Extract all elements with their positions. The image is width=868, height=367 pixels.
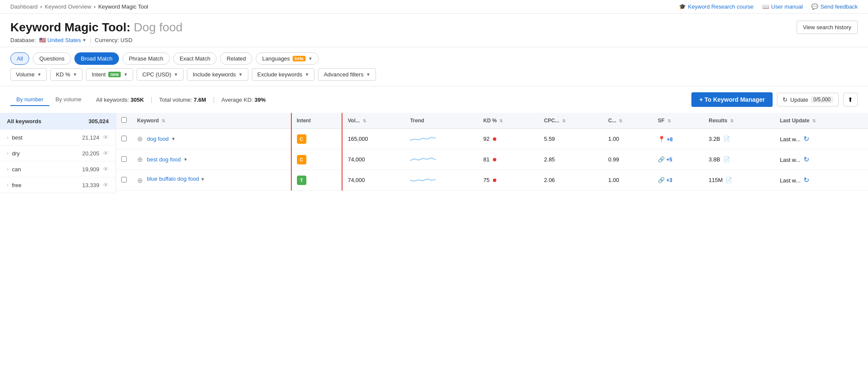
td-com: 1.00 <box>603 129 653 149</box>
td-cpc: 5.59 <box>539 129 603 149</box>
add-to-keyword-manager-button[interactable]: + To Keyword Manager <box>691 92 773 107</box>
refresh-icon[interactable]: ↻ <box>804 135 809 143</box>
sort-icon: ⇅ <box>667 118 671 123</box>
sort-by-number-tab[interactable]: By number <box>10 94 49 106</box>
link-icon: 🔗 <box>658 156 665 163</box>
table-container: Keyword ⇅ Intent Vol... ⇅ Trend KD % <box>116 113 868 193</box>
keyword-link[interactable]: best dog food <box>147 156 181 163</box>
th-results[interactable]: Results ⇅ <box>703 113 775 129</box>
add-to-list-icon[interactable]: ⊕ <box>137 135 143 143</box>
keyword-research-course-link[interactable]: 🎓 Keyword Research course <box>679 3 753 10</box>
sort-by-volume-tab[interactable]: By volume <box>49 94 88 106</box>
tab-phrase-match[interactable]: Phrase Match <box>122 52 170 65</box>
keyword-link[interactable]: blue buffalo dog food <box>147 176 199 182</box>
chevron-down-icon[interactable]: ▼ <box>171 136 176 141</box>
chevron-down-icon: ▼ <box>366 72 370 77</box>
th-cpc[interactable]: CPC... ⇅ <box>539 113 603 129</box>
th-sf[interactable]: SF ⇅ <box>653 113 703 129</box>
database-selector[interactable]: 🇺🇸 United States ▼ <box>39 37 86 43</box>
intent-badge: C <box>297 155 306 164</box>
td-volume: 74,000 <box>342 170 405 191</box>
stats-left: All keywords: 305K | Total volume: 7.6M … <box>96 96 266 103</box>
th-last-update[interactable]: Last Update ⇅ <box>775 113 868 129</box>
stats-toolbar: By number By volume All keywords: 305K |… <box>0 86 868 113</box>
advanced-filters-dropdown[interactable]: Advanced filters ▼ <box>318 68 376 81</box>
td-volume: 74,000 <box>342 149 405 170</box>
td-checkbox <box>116 129 132 149</box>
eye-icon[interactable]: 👁 <box>103 182 109 188</box>
refresh-icon: ↻ <box>782 96 788 103</box>
average-kd-stat: Average KD: 39% <box>221 97 266 103</box>
td-results: 115M 📄 <box>703 170 775 191</box>
header-left: Keyword Magic Tool: Dog food Database: 🇺… <box>10 21 183 43</box>
volume-filter-dropdown[interactable]: Volume ▼ <box>10 68 47 81</box>
kd-filter-dropdown[interactable]: KD % ▼ <box>50 68 83 81</box>
sort-icon: ⇅ <box>499 118 503 123</box>
keyword-link[interactable]: dog food <box>147 136 169 142</box>
th-trend[interactable]: Trend <box>405 113 478 129</box>
update-button[interactable]: ↻ Update 0/5,000 <box>777 93 839 106</box>
td-keyword: ⊕ dog food ▼ <box>132 129 291 149</box>
th-volume[interactable]: Vol... ⇅ <box>342 113 405 129</box>
td-checkbox <box>116 170 132 191</box>
sort-icon: ⇅ <box>730 118 734 123</box>
select-all-checkbox[interactable] <box>121 117 127 123</box>
trend-sparkline <box>410 175 436 184</box>
eye-icon[interactable]: 👁 <box>103 134 109 141</box>
user-manual-link[interactable]: 📖 User manual <box>762 3 803 10</box>
chevron-down-icon: ▼ <box>238 72 243 77</box>
th-keyword[interactable]: Keyword ⇅ <box>132 113 291 129</box>
tab-questions[interactable]: Questions <box>33 52 71 65</box>
filter-dropdowns-row: Volume ▼ KD % ▼ Intent new ▼ CPC (USD) ▼… <box>10 68 858 81</box>
send-feedback-link[interactable]: 💬 Send feedback <box>811 3 858 10</box>
add-to-list-icon[interactable]: ⊕ <box>137 176 143 185</box>
chevron-right-icon: › <box>7 167 9 172</box>
tab-exact-match[interactable]: Exact Match <box>173 52 217 65</box>
tab-related[interactable]: Related <box>220 52 252 65</box>
sidebar-item-dry[interactable]: › dry 20,205 👁 <box>0 146 116 161</box>
location-icon: 📍 <box>658 136 665 143</box>
refresh-icon[interactable]: ↻ <box>804 176 809 184</box>
intent-filter-dropdown[interactable]: Intent new ▼ <box>86 68 133 81</box>
chevron-down-icon[interactable]: ▼ <box>201 177 205 182</box>
add-to-list-icon[interactable]: ⊕ <box>137 155 143 164</box>
row-checkbox[interactable] <box>121 177 127 182</box>
th-kd[interactable]: KD % ⇅ <box>478 113 539 129</box>
td-trend <box>405 149 478 170</box>
td-trend <box>405 129 478 149</box>
row-checkbox[interactable] <box>121 136 127 141</box>
tab-languages[interactable]: Languages beta ▼ <box>256 52 319 65</box>
cpc-filter-dropdown[interactable]: CPC (USD) ▼ <box>137 68 183 81</box>
breadcrumb-dashboard[interactable]: Dashboard <box>10 3 38 10</box>
chat-icon: 💬 <box>811 3 818 10</box>
tab-all[interactable]: All <box>10 52 29 65</box>
td-kd: 75 <box>478 170 539 191</box>
top-nav-links: 🎓 Keyword Research course 📖 User manual … <box>679 3 858 10</box>
td-last-update: Last w... ↻ <box>775 170 868 191</box>
eye-icon[interactable]: 👁 <box>103 166 109 173</box>
exclude-keywords-dropdown[interactable]: Exclude keywords ▼ <box>252 68 315 81</box>
sf-plus-badge: +3 <box>666 177 672 183</box>
td-intent: C <box>291 129 342 149</box>
kd-difficulty-dot <box>493 179 496 182</box>
sort-icon: ⇅ <box>562 118 565 123</box>
stats-right: + To Keyword Manager ↻ Update 0/5,000 ⬆ <box>691 92 858 107</box>
chevron-right-icon: › <box>7 182 9 188</box>
breadcrumb-keyword-overview[interactable]: Keyword Overview <box>45 3 91 10</box>
chevron-down-icon[interactable]: ▼ <box>183 157 188 162</box>
tab-broad-match[interactable]: Broad Match <box>74 52 119 65</box>
eye-icon[interactable]: 👁 <box>103 150 109 157</box>
sort-icon: ⇅ <box>363 118 366 123</box>
refresh-icon[interactable]: ↻ <box>804 156 809 163</box>
sidebar-item-free[interactable]: › free 13,339 👁 <box>0 177 116 193</box>
th-com[interactable]: C... ⇅ <box>603 113 653 129</box>
sidebar-item-best[interactable]: › best 21,124 👁 <box>0 130 116 146</box>
export-button[interactable]: ⬆ <box>843 93 858 106</box>
row-checkbox[interactable] <box>121 156 127 162</box>
th-intent[interactable]: Intent <box>291 113 342 129</box>
view-search-history-button[interactable]: View search history <box>797 21 858 34</box>
sidebar-item-can[interactable]: › can 19,909 👁 <box>0 161 116 177</box>
meta-row: Database: 🇺🇸 United States ▼ | Currency:… <box>10 37 183 43</box>
top-nav: Dashboard › Keyword Overview › Keyword M… <box>0 0 868 14</box>
include-keywords-dropdown[interactable]: Include keywords ▼ <box>187 68 248 81</box>
